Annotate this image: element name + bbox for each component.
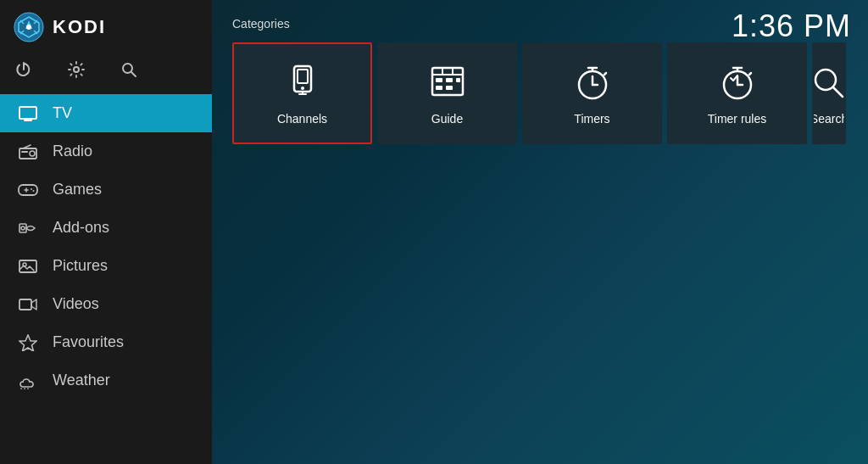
svg-rect-41 [436,78,442,82]
category-guide[interactable]: Guide [377,42,517,144]
sidebar-item-weather-label: Weather [53,372,110,389]
svg-line-51 [604,73,606,75]
svg-line-10 [131,72,136,76]
sidebar-item-favourites-label: Favourites [53,333,124,351]
power-icon[interactable] [15,61,32,82]
sidebar-item-pictures[interactable]: Pictures [0,247,212,285]
search-card-icon [812,61,846,102]
channels-label: Channels [277,112,327,126]
svg-rect-23 [19,224,26,232]
radio-icon [17,144,39,159]
app-title: KODI [53,16,106,38]
sidebar-controls [0,54,212,94]
svg-point-21 [31,188,32,190]
svg-line-57 [749,73,751,75]
svg-point-8 [74,67,79,72]
timer-rules-icon [717,61,758,102]
guide-icon [427,61,468,102]
sidebar-item-videos-label: Videos [53,295,99,313]
svg-point-22 [33,190,35,192]
svg-rect-43 [456,78,460,82]
svg-rect-11 [19,107,36,119]
sidebar-item-addons[interactable]: Add-ons [0,209,212,247]
games-icon [17,182,39,198]
sidebar-header: KODI [0,0,212,54]
svg-point-24 [21,226,25,230]
sidebar-item-weather[interactable]: Weather [0,361,212,400]
timer-rules-label: Timer rules [708,112,767,126]
sidebar-item-pictures-label: Pictures [53,257,108,275]
main-content: 1:36 PM Categories Channels [212,0,868,464]
categories-grid: Channels Guide [232,42,848,144]
sidebar-item-tv-label: TV [53,104,72,122]
search-card-label: Search [812,112,846,126]
sidebar-item-radio-label: Radio [53,143,92,160]
svg-rect-42 [446,78,453,82]
category-search[interactable]: Search [812,42,846,144]
timers-label: Timers [574,112,609,126]
kodi-logo-icon [14,12,44,42]
clock: 1:36 PM [732,8,851,44]
sidebar-item-addons-label: Add-ons [53,219,109,237]
settings-icon[interactable] [68,61,85,82]
svg-point-15 [30,151,35,156]
category-timer-rules[interactable]: Timer rules [667,42,807,144]
sidebar-nav: TV Radio [0,94,212,464]
channels-icon [282,61,323,102]
svg-marker-28 [19,335,36,351]
sidebar-item-tv[interactable]: TV [0,94,212,132]
category-timers[interactable]: Timers [522,42,662,144]
videos-icon [17,297,39,312]
sidebar: KODI [0,0,212,464]
sidebar-item-videos[interactable]: Videos [0,285,212,323]
timers-icon [572,61,613,102]
svg-rect-45 [446,86,453,90]
svg-rect-16 [21,151,28,153]
sidebar-item-radio[interactable]: Radio [0,132,212,171]
sidebar-item-favourites[interactable]: Favourites [0,323,212,361]
sidebar-item-games[interactable]: Games [0,171,212,209]
svg-rect-27 [19,299,31,310]
tv-icon [17,106,39,121]
sidebar-item-games-label: Games [53,181,102,198]
category-channels[interactable]: Channels [232,42,372,144]
pictures-icon [17,259,39,274]
favourites-icon [17,334,39,351]
svg-rect-44 [436,86,442,90]
svg-line-59 [833,87,843,97]
search-icon[interactable] [120,61,137,82]
addons-icon [17,221,39,236]
svg-rect-14 [19,148,36,159]
svg-point-3 [26,25,31,30]
svg-rect-33 [298,70,308,83]
weather-icon [17,372,39,389]
guide-label: Guide [431,112,463,126]
svg-point-34 [301,87,304,90]
